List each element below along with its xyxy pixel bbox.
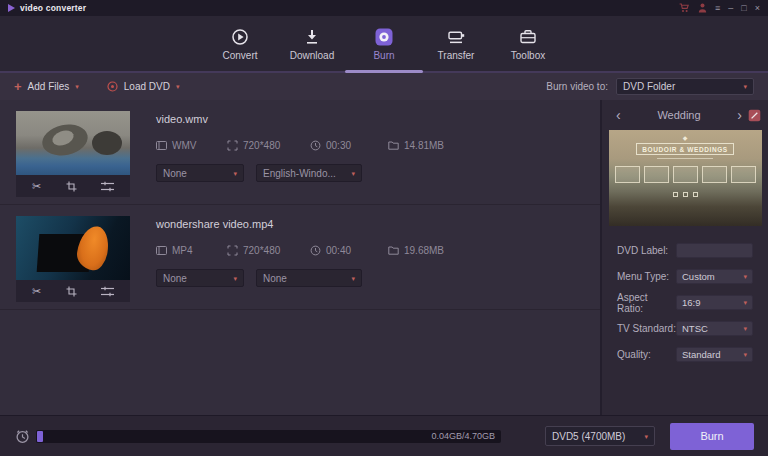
add-files-label: Add Files (28, 81, 70, 92)
maximize-button[interactable]: □ (741, 4, 746, 13)
convert-icon (230, 27, 250, 47)
subtitle-value: English-Windo... (263, 168, 336, 179)
audio-track-dropdown[interactable]: None ▾ (156, 269, 244, 287)
main-nav: Convert Download Burn Transfer Toolbox (0, 16, 768, 73)
file-name: wondershare video.mp4 (156, 218, 586, 230)
subtitle-dropdown[interactable]: None ▾ (256, 269, 362, 287)
dvd-menu-sidebar: ‹ Wedding › ◆ BOUDOIR & WEDDINGS (600, 100, 768, 415)
burn-button[interactable]: Burn (670, 423, 754, 450)
tab-burn[interactable]: Burn (348, 27, 420, 61)
load-dvd-caret-icon[interactable]: ▾ (176, 83, 180, 90)
quality-caret-icon: ▾ (743, 351, 747, 358)
burn-target-caret-icon: ▾ (743, 83, 747, 90)
file-resolution: 720*480 (243, 140, 280, 151)
template-category: Wedding (621, 109, 738, 121)
disc-capacity-bar[interactable]: 0.04GB/4.70GB (36, 430, 501, 443)
thumbnail-toolbar: ✂ (16, 175, 130, 197)
file-dropdowns: None ▾ None ▾ (156, 269, 586, 287)
file-list: ✂ video.wmv WMV 720*480 00:30 14.81MB (0, 100, 600, 415)
quality-value: Standard (682, 349, 721, 360)
burn-target-dropdown[interactable]: DVD Folder ▾ (616, 78, 754, 95)
audio-track-value: None (163, 273, 187, 284)
resolution-icon (227, 245, 238, 256)
file-name: video.wmv (156, 113, 586, 125)
status-bar: 0.04GB/4.70GB DVD5 (4700MB) ▾ Burn (0, 415, 768, 456)
crop-icon[interactable] (66, 181, 77, 192)
template-menu-nav-buttons (609, 192, 762, 197)
app-logo-play-icon (8, 4, 15, 12)
burn-settings-form: DVD Label: Menu Type: Custom ▾ Aspect Ra… (602, 243, 768, 362)
edit-template-button[interactable] (748, 109, 761, 122)
disc-usage-text: 0.04GB/4.70GB (431, 431, 501, 441)
tab-burn-label: Burn (373, 50, 394, 61)
tab-convert[interactable]: Convert (204, 27, 276, 61)
duration-icon (310, 245, 321, 256)
load-dvd-button[interactable]: Load DVD ▾ (107, 81, 180, 92)
add-files-button[interactable]: + Add Files ▾ (14, 81, 79, 92)
file-resolution: 720*480 (243, 245, 280, 256)
disc-type-caret-icon: ▾ (644, 433, 648, 440)
tv-standard-row: TV Standard: NTSC ▾ (617, 321, 753, 336)
tv-standard-value: NTSC (682, 323, 708, 334)
menu-icon[interactable]: ≡ (715, 4, 720, 13)
toolbar: + Add Files ▾ Load DVD ▾ Burn video to: … (0, 73, 768, 100)
tab-transfer[interactable]: Transfer (420, 27, 492, 61)
menu-type-label: Menu Type: (617, 271, 676, 282)
format-icon (156, 140, 167, 151)
dvd-label-label: DVD Label: (617, 245, 676, 256)
tab-download-label: Download (290, 50, 334, 61)
tab-convert-label: Convert (222, 50, 257, 61)
file-duration: 00:30 (326, 140, 351, 151)
crop-icon[interactable] (66, 286, 77, 297)
trim-icon[interactable]: ✂ (32, 286, 41, 297)
subtitle-value: None (263, 273, 287, 284)
audio-track-dropdown[interactable]: None ▾ (156, 164, 244, 182)
close-button[interactable]: × (755, 4, 760, 13)
minimize-button[interactable]: – (728, 4, 733, 13)
trim-icon[interactable]: ✂ (32, 181, 41, 192)
menu-type-row: Menu Type: Custom ▾ (617, 269, 753, 284)
file-size: 19.68MB (404, 245, 444, 256)
add-files-caret-icon[interactable]: ▾ (75, 83, 79, 90)
dvd-menu-template-preview[interactable]: ◆ BOUDOIR & WEDDINGS (609, 130, 762, 226)
quality-dropdown[interactable]: Standard ▾ (676, 347, 753, 362)
tab-toolbox[interactable]: Toolbox (492, 27, 564, 61)
file-info: video.wmv WMV 720*480 00:30 14.81MB None… (130, 111, 586, 204)
file-row-2[interactable]: ✂ wondershare video.mp4 MP4 720*480 00:4… (0, 205, 600, 310)
titlebar: video converter ≡ – □ × (0, 0, 768, 16)
thumbnail-toolbar: ✂ (16, 280, 130, 302)
file-dropdowns: None ▾ English-Windo... ▾ (156, 164, 586, 182)
disc-type-dropdown[interactable]: DVD5 (4700MB) ▾ (545, 426, 655, 446)
effects-icon[interactable] (101, 286, 114, 297)
tv-standard-caret-icon: ▾ (743, 325, 747, 332)
next-template-icon[interactable]: › (737, 109, 742, 121)
file-format: MP4 (172, 245, 193, 256)
account-icon[interactable] (698, 3, 707, 13)
effects-icon[interactable] (101, 181, 114, 192)
video-thumbnail-fox (16, 216, 130, 280)
tv-standard-dropdown[interactable]: NTSC ▾ (676, 321, 753, 336)
aspect-ratio-dropdown[interactable]: 16:9 ▾ (676, 295, 753, 310)
plus-icon: + (14, 82, 22, 92)
audio-track-value: None (163, 168, 187, 179)
burn-target-group: Burn video to: DVD Folder ▾ (546, 78, 754, 95)
tab-transfer-label: Transfer (438, 50, 475, 61)
load-dvd-disc-icon (107, 81, 118, 92)
video-converter-window: video converter ≡ – □ × Convert Download… (0, 0, 768, 456)
audio-caret-icon: ▾ (233, 170, 237, 177)
subtitle-dropdown[interactable]: English-Windo... ▾ (256, 164, 362, 182)
template-chapter-frames (609, 166, 762, 183)
schedule-clock-icon[interactable] (14, 428, 31, 444)
dvd-label-input[interactable] (676, 243, 753, 258)
dvd-label-row: DVD Label: (617, 243, 753, 258)
aspect-ratio-caret-icon: ▾ (743, 299, 747, 306)
tab-download[interactable]: Download (276, 27, 348, 61)
edit-pencil-icon (748, 109, 761, 122)
cart-icon[interactable] (679, 3, 690, 13)
file-meta: WMV 720*480 00:30 14.81MB (156, 140, 586, 151)
file-size-icon (388, 140, 399, 151)
file-row-1[interactable]: ✂ video.wmv WMV 720*480 00:30 14.81MB (0, 100, 600, 205)
aspect-ratio-value: 16:9 (682, 297, 701, 308)
template-title: BOUDOIR & WEDDINGS (636, 143, 734, 155)
menu-type-dropdown[interactable]: Custom ▾ (676, 269, 753, 284)
